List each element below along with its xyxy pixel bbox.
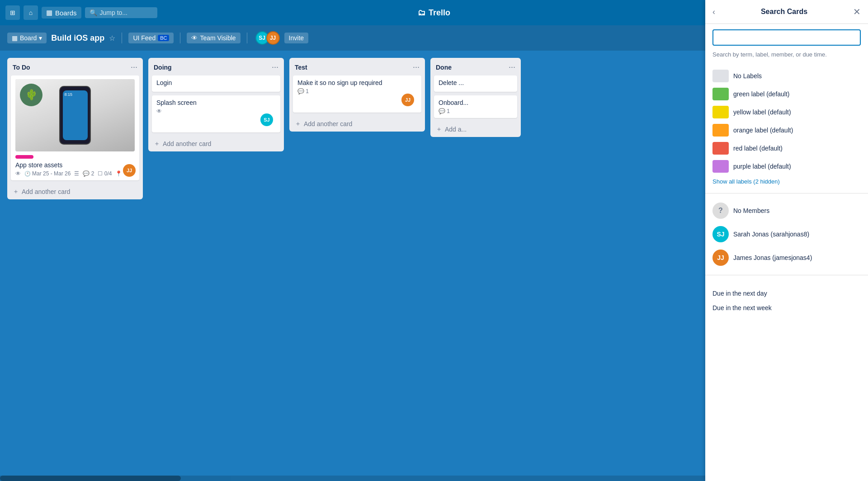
card-splash-screen[interactable]: Splash screen 👁 SJ — [152, 95, 280, 132]
card-image-inner: 8:15 🌵 — [15, 79, 135, 151]
boards-icon: ▦ — [46, 9, 52, 17]
no-member-icon: ? — [712, 203, 729, 219]
card-title-onboard: Onboard... — [439, 99, 513, 106]
list-todo: To Do ··· 8:15 🌵 App store assets — [7, 58, 143, 199]
panel-close-button[interactable]: ✕ — [853, 6, 861, 17]
card-title-splash: Splash screen — [156, 99, 276, 106]
phone-screen: 8:15 — [63, 90, 88, 140]
list-test-menu[interactable]: ··· — [413, 62, 420, 72]
add-icon-doing: ＋ — [154, 140, 160, 148]
member-jj-initials: JJ — [270, 35, 276, 41]
list-todo-title: To Do — [13, 64, 30, 71]
card-avatar-jj: JJ — [123, 164, 136, 177]
list-test: Test ··· Make it so no sign up required … — [289, 58, 425, 132]
boards-button[interactable]: ▦ Boards — [42, 7, 81, 19]
card-sign-up[interactable]: Make it so no sign up required 💬 1 JJ — [293, 75, 421, 113]
label-name-green: green label (default) — [733, 90, 790, 98]
invite-button[interactable]: Invite — [284, 33, 308, 43]
due-next-day-label[interactable]: Due in the next day — [712, 286, 861, 301]
label-name-yellow: yellow label (default) — [733, 108, 791, 116]
label-no-label-row[interactable]: No Labels — [705, 67, 868, 85]
star-button[interactable]: ☆ — [109, 34, 115, 42]
trello-logo-text: Trello — [429, 8, 450, 18]
card-delete[interactable]: Delete ... — [434, 75, 517, 92]
member-name-sarah: Sarah Jonas (sarahjonas8) — [733, 231, 809, 238]
divider3 — [247, 33, 247, 43]
board-switcher[interactable]: ▦ Board ▾ — [7, 33, 47, 43]
member-name-none: No Members — [733, 207, 769, 214]
list-test-cards: Make it so no sign up required 💬 1 JJ — [289, 75, 425, 116]
due-section: Due in the next day Due in the next week — [705, 281, 868, 315]
add-card-done-button[interactable]: ＋ Add a... — [430, 122, 521, 137]
visibility-button[interactable]: 👁 Team Visible — [187, 33, 240, 43]
list-done-menu[interactable]: ··· — [509, 62, 515, 72]
list-test-title: Test — [295, 64, 307, 71]
search-panel-body: No Labels green label (default) yellow l… — [705, 63, 868, 481]
card-title-delete: Delete ... — [439, 79, 513, 86]
card-meta-app-store: 👁 🕐 Mar 25 - Mar 26 ☰ 💬 2 ☐ 0/4 📍 — [15, 170, 135, 177]
label-swatch-orange — [712, 124, 729, 137]
home-button[interactable]: ⌂ — [24, 5, 38, 20]
card-onboard[interactable]: Onboard... 💬 1 — [434, 95, 517, 118]
card-watch-icon: 👁 — [15, 170, 21, 177]
jump-to-search[interactable]: 🔍 Jump to... — [85, 7, 157, 18]
trello-logo: 🗂 Trello — [418, 8, 450, 18]
add-card-doing-label: Add another card — [163, 140, 211, 147]
search-icon: 🔍 — [90, 9, 97, 16]
scrollbar-track[interactable] — [0, 476, 705, 481]
show-all-labels-button[interactable]: Show all labels (2 hidden) — [705, 175, 787, 188]
panel-back-button[interactable]: ‹ — [712, 7, 715, 17]
member-sarah-row[interactable]: SJ Sarah Jonas (sarahjonas8) — [705, 222, 868, 246]
card-label-pink — [15, 155, 33, 159]
boards-label: Boards — [55, 9, 77, 17]
plant-icon: 🌵 — [20, 84, 42, 106]
due-next-week-label[interactable]: Due in the next week — [712, 301, 861, 315]
search-panel-title: Search Cards — [720, 8, 849, 16]
label-orange-row[interactable]: orange label (default) — [705, 121, 868, 139]
card-meta-sign-up: 💬 1 — [297, 88, 417, 94]
card-avatar-jj-test: JJ — [401, 94, 414, 106]
clock-icon: 🕐 — [24, 171, 31, 177]
label-red-row[interactable]: red label (default) — [705, 139, 868, 157]
divider2 — [180, 33, 180, 43]
list-test-header: Test ··· — [289, 58, 425, 75]
ui-feed-button[interactable]: UI Feed BC — [128, 33, 174, 43]
card-login[interactable]: Login — [152, 75, 280, 92]
card-image: 8:15 🌵 — [15, 79, 135, 151]
label-swatch-red — [712, 142, 729, 155]
add-card-todo-button[interactable]: ＋ Add another card — [7, 184, 143, 199]
add-card-done-label: Add a... — [445, 126, 467, 133]
section-divider-2 — [705, 275, 868, 275]
member-no-member-row[interactable]: ? No Members — [705, 199, 868, 222]
member-avatar-sarah: SJ — [712, 226, 729, 242]
visibility-label: Team Visible — [200, 34, 236, 42]
card-meta-splash: 👁 — [156, 108, 276, 114]
search-panel: ‹ Search Cards ✕ Search by term, label, … — [705, 0, 868, 481]
search-panel-header: ‹ Search Cards ✕ — [705, 0, 868, 24]
label-name-purple: purple label (default) — [733, 163, 791, 170]
list-done-cards: Delete ... Onboard... 💬 1 — [430, 75, 521, 122]
card-app-store-assets[interactable]: 8:15 🌵 App store assets 👁 🕐 Mar 25 - Mar… — [11, 75, 139, 180]
card-title-sign-up: Make it so no sign up required — [297, 79, 417, 86]
add-card-doing-button[interactable]: ＋ Add another card — [148, 136, 284, 151]
add-card-todo-label: Add another card — [22, 188, 70, 195]
apps-button[interactable]: ⊞ — [5, 5, 20, 20]
member-avatar-jj[interactable]: JJ — [266, 31, 280, 45]
label-purple-row[interactable]: purple label (default) — [705, 157, 868, 175]
label-green-row[interactable]: green label (default) — [705, 85, 868, 103]
list-todo-menu[interactable]: ··· — [131, 62, 137, 72]
board-icon: ▦ — [12, 34, 18, 42]
search-input[interactable] — [712, 29, 861, 46]
add-card-test-button[interactable]: ＋ Add another card — [289, 116, 425, 132]
scrollbar-thumb[interactable] — [0, 476, 181, 481]
list-todo-header: To Do ··· — [7, 58, 143, 75]
label-name-none: No Labels — [733, 72, 762, 80]
member-james-row[interactable]: JJ James Jonas (jamesjonas4) — [705, 246, 868, 269]
label-yellow-row[interactable]: yellow label (default) — [705, 103, 868, 121]
card-watch-splash: 👁 — [156, 108, 162, 114]
list-doing-menu[interactable]: ··· — [272, 62, 278, 72]
jump-to-placeholder: Jump to... — [100, 9, 127, 16]
label-name-red: red label (default) — [733, 145, 783, 152]
label-name-orange: orange label (default) — [733, 127, 793, 134]
card-title-login: Login — [156, 79, 276, 86]
